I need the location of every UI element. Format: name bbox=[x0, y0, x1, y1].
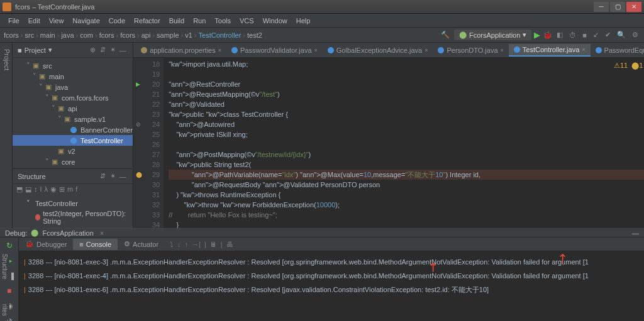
structure-settings-icon[interactable]: ⇵ bbox=[97, 171, 108, 182]
gutter[interactable]: 1819▶20212223⊘2425262728⬤293031323334 bbox=[133, 58, 164, 228]
navigation-toolbar: fcors› src› main› java› com› fcors› fcor… bbox=[0, 28, 644, 43]
menu-refactor[interactable]: Refactor bbox=[130, 17, 165, 24]
step-over-icon[interactable]: ⤵ bbox=[170, 241, 174, 248]
project-panel-title: Project bbox=[25, 46, 46, 54]
code-text[interactable]: "kw">import java.util.Map; "ann">@RestCo… bbox=[164, 58, 644, 228]
app-icon bbox=[3, 3, 11, 11]
debug-button[interactable]: 🐞 bbox=[543, 31, 552, 40]
tree-node[interactable]: ▣v2 bbox=[13, 146, 133, 156]
favorites-tool-button[interactable]: rites bbox=[0, 300, 9, 320]
step-out-icon[interactable]: ↑ bbox=[185, 241, 189, 248]
tree-node[interactable]: TestController bbox=[13, 135, 133, 146]
tree-node[interactable]: ˅▣main bbox=[13, 71, 133, 82]
tree-node[interactable]: ˅▣core bbox=[13, 156, 133, 167]
vcs-commit-button[interactable]: ✔ bbox=[603, 31, 613, 39]
menu-code[interactable]: Code bbox=[104, 17, 130, 24]
tree-node[interactable]: ˅▣java bbox=[13, 82, 133, 92]
hide-icon[interactable]: — bbox=[118, 45, 128, 55]
console-output[interactable]: | 3288 --- [nio-8081-exec-3] .m.m.a.Exce… bbox=[19, 251, 644, 321]
menu-edit[interactable]: Edit bbox=[24, 17, 45, 24]
project-tree[interactable]: ˅▣src˅▣main˅▣java˅▣com.fcors.fcors˅▣api˅… bbox=[13, 58, 133, 168]
structure-panel-title: Structure bbox=[18, 173, 46, 180]
structure-member[interactable]: test2(Integer, PersonDTO): String bbox=[18, 209, 128, 226]
maximize-button[interactable]: ▢ bbox=[610, 2, 625, 12]
structure-hide-icon[interactable]: ✶ bbox=[108, 171, 118, 182]
structure-member[interactable]: xing: ISkill bbox=[18, 226, 128, 228]
evaluate-icon[interactable]: 🖩 bbox=[210, 241, 217, 248]
tree-node[interactable]: ˅▣src bbox=[13, 60, 133, 71]
project-panel-header: ■Project ▾ ⊕ ⇵ ✶ — bbox=[13, 43, 133, 58]
minimize-button[interactable]: ─ bbox=[594, 2, 609, 12]
step-into-icon[interactable]: ↓ bbox=[177, 241, 181, 248]
menu-tools[interactable]: Tools bbox=[210, 17, 235, 24]
left-tool-strip: Project bbox=[0, 43, 13, 228]
more-icon[interactable]: 🖶 bbox=[226, 241, 233, 248]
run-toolbar: 🔨 ⬤FcorsApplication ▾ ▶ 🐞 ◧ ⏱ ■ ↙ ✔ 🔍 ⚙ bbox=[439, 30, 640, 40]
editor-tab[interactable]: GolbalExceptionAdvice.java× bbox=[323, 45, 433, 56]
debug-step-toolbar: ⤵ ↓ ↑ →| | 🖩 | 🖶 bbox=[165, 241, 238, 248]
editor-tabs: application.properties×PasswordValidator… bbox=[133, 43, 644, 58]
profile-button[interactable]: ⏱ bbox=[567, 31, 578, 39]
debug-close-icon[interactable]: × bbox=[100, 229, 104, 237]
build-button[interactable]: 🔨 bbox=[439, 31, 452, 39]
tree-node[interactable]: ˅▣com.fcors.fcors bbox=[13, 92, 133, 103]
debug-panel-header: Debug:⬤FcorsApplication× — bbox=[0, 229, 644, 237]
structure-min-icon[interactable]: — bbox=[118, 171, 128, 182]
settings-icon[interactable]: ✶ bbox=[108, 45, 118, 55]
structure-tree[interactable]: ˅ TestController test2(Integer, PersonDT… bbox=[13, 195, 133, 228]
structure-panel-header: Structure ⇵ ✶ — bbox=[13, 169, 133, 184]
stop-debug-button[interactable]: ■ bbox=[4, 285, 15, 297]
collapse-all-icon[interactable]: ⇵ bbox=[97, 45, 108, 55]
run-config-select[interactable]: ⬤FcorsApplication ▾ bbox=[454, 30, 531, 40]
tree-node[interactable]: ˅▣api bbox=[13, 103, 133, 114]
menu-window[interactable]: Window bbox=[258, 17, 292, 24]
menu-run[interactable]: Run bbox=[189, 17, 210, 24]
console-tab[interactable]: ≡Console bbox=[73, 239, 118, 250]
run-to-cursor-icon[interactable]: →| bbox=[192, 241, 201, 248]
code-editor[interactable]: 1819▶20212223⊘2425262728⬤293031323334 "k… bbox=[133, 58, 644, 228]
inspection-indicator[interactable]: ⚠11 ⬤1 ✔2 ⌃⌄ bbox=[609, 60, 644, 70]
title-bar: fcors – TestController.java ─ ▢ ✕ bbox=[0, 0, 644, 14]
project-tool-button[interactable]: Project bbox=[0, 45, 12, 74]
console-line: | 3288 --- [nio-8081-exec-3] .m.m.a.Exce… bbox=[24, 255, 639, 269]
editor-tab[interactable]: PasswordEqual.java× bbox=[591, 45, 644, 56]
window-title: fcors – TestController.java bbox=[15, 3, 594, 11]
structure-tool-button[interactable]: Structure bbox=[0, 250, 9, 283]
menu-vcs[interactable]: VCS bbox=[235, 17, 258, 24]
editor-tab[interactable]: PersonDTO.java× bbox=[433, 45, 508, 56]
close-tab-icon[interactable]: × bbox=[314, 47, 318, 53]
editor-tab[interactable]: PasswordValidator.java× bbox=[226, 45, 323, 56]
console-line: | 3288 --- [nio-8081-exec-4] .m.m.a.Exce… bbox=[24, 269, 639, 283]
tree-node[interactable]: ˅▣sample.v1 bbox=[13, 114, 133, 124]
settings-button[interactable]: ⚙ bbox=[630, 31, 640, 39]
editor-tab[interactable]: TestController.java× bbox=[509, 44, 591, 57]
console-line: | 3288 --- [nio-8081-exec-6] .m.m.a.Exce… bbox=[24, 283, 639, 297]
actuator-tab[interactable]: ⚙Actuator bbox=[118, 238, 165, 250]
close-button[interactable]: ✕ bbox=[626, 2, 641, 12]
vcs-update-button[interactable]: ↙ bbox=[591, 31, 601, 39]
rerun-button[interactable]: ↻ bbox=[4, 240, 15, 251]
debug-hide-icon[interactable]: — bbox=[632, 229, 639, 237]
search-everywhere-button[interactable]: 🔍 bbox=[615, 31, 628, 39]
debugger-tab[interactable]: 🐞Debugger bbox=[19, 238, 73, 250]
structure-class[interactable]: ˅ TestController bbox=[18, 198, 128, 209]
debug-tabs: 🐞Debugger ≡Console ⚙Actuator ⤵ ↓ ↑ →| | … bbox=[19, 237, 644, 251]
menu-bar: File Edit View Navigate Code Refactor Bu… bbox=[0, 14, 644, 28]
run-button[interactable]: ▶ bbox=[534, 30, 540, 40]
close-tab-icon[interactable]: × bbox=[501, 47, 504, 53]
menu-navigate[interactable]: Navigate bbox=[68, 17, 104, 24]
scroll-from-source-icon[interactable]: ⊕ bbox=[87, 45, 97, 55]
tree-node[interactable]: BannerController bbox=[13, 124, 133, 135]
coverage-button[interactable]: ◧ bbox=[555, 31, 565, 39]
close-tab-icon[interactable]: × bbox=[582, 46, 585, 53]
close-tab-icon[interactable]: × bbox=[425, 47, 428, 53]
close-tab-icon[interactable]: × bbox=[218, 47, 221, 53]
menu-view[interactable]: View bbox=[45, 17, 69, 24]
stop-button[interactable]: ■ bbox=[580, 31, 589, 39]
menu-build[interactable]: Build bbox=[165, 17, 189, 24]
structure-toolbar: ⬒⬓↕Iλ◉⊞mf bbox=[13, 184, 133, 195]
menu-help[interactable]: Help bbox=[292, 17, 315, 24]
menu-file[interactable]: File bbox=[4, 17, 24, 24]
editor-tab[interactable]: application.properties× bbox=[136, 45, 226, 56]
breadcrumb[interactable]: fcors› src› main› java› com› fcors› fcor… bbox=[4, 31, 439, 39]
